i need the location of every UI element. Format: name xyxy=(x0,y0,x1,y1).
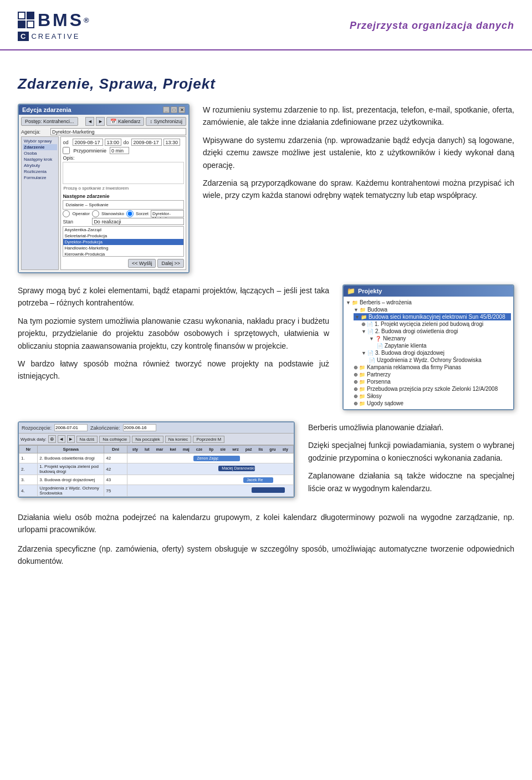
win-t2-input[interactable]: 13:30 xyxy=(163,139,180,146)
table-row: 2. 1. Projekt wycięcia zieleni pod budow… xyxy=(19,463,294,475)
gantt-nav-3[interactable]: ► xyxy=(67,435,75,443)
logo-bms: BMS® xyxy=(18,10,91,30)
gantt-th-dni: Dni xyxy=(104,446,127,453)
tree-item-2[interactable]: ▼ 📁 Budowa sieci komunikacyjnej elektrow… xyxy=(354,313,511,320)
gantt-today-btn[interactable]: Na dziś xyxy=(76,436,98,443)
logo-sq-3 xyxy=(18,21,25,28)
tree-item-10[interactable]: ⊕ 📁 Partnerzy xyxy=(354,371,511,378)
win-titlebar-btns[interactable]: _ □ ✕ xyxy=(163,106,185,113)
win-opis-val: Proszę o spotkanie z Inwestorem xyxy=(63,185,184,191)
tree-label-9: Kampania reklamowa dla firmy Pianas xyxy=(367,364,461,370)
text3-p3: Zaplanowane działania są także widoczne … xyxy=(308,470,514,494)
tree-item-9[interactable]: ⊕ 📁 Kampania reklamowa dla firmy Pianas xyxy=(354,364,511,371)
win-maximize-btn[interactable]: □ xyxy=(171,106,177,113)
tree-item-3[interactable]: ⊕ 📄 1. Projekt wycięcia zieleni pod budo… xyxy=(361,320,511,328)
gantt-back-btn[interactable]: Na cofnięcie xyxy=(99,436,130,443)
tree-item-12[interactable]: ⊕ 📁 Przebudowa przejścia przy szkole Zie… xyxy=(354,385,511,392)
gantt-start-btn[interactable]: Na początek xyxy=(132,436,163,443)
gantt-bar-label-2: Maciej Daranowski xyxy=(222,466,254,470)
tree-item-7[interactable]: ▼ 📄 3. Budowa drogi dojazdowej xyxy=(361,349,511,356)
win-list-dropdown: Asystentka-Zarząd Sekretariat-Produkcja … xyxy=(63,226,184,257)
win-nav-prev-btn[interactable]: ◄ xyxy=(85,117,94,126)
tree-label-5: Nieznany xyxy=(383,335,406,341)
expand-icon-5: ▼ xyxy=(369,336,374,341)
win-radio-stanowisko[interactable] xyxy=(92,210,99,217)
gantt-bar-label-3: Jacek Re xyxy=(247,478,263,482)
logo-creative-row: C CREATIVE xyxy=(18,32,80,41)
win-sidebar-nastepny[interactable]: Następny krok xyxy=(23,156,57,162)
gantt-end-btn[interactable]: Na koniec xyxy=(165,436,192,443)
win-t1-input[interactable]: 13:00 xyxy=(105,139,121,146)
win-sidebar-atrybuty[interactable]: Atrybuty xyxy=(23,162,57,169)
win-nav-next-btn[interactable]: ► xyxy=(96,117,105,126)
tree-item-6[interactable]: 📄 Zapytanie klienta xyxy=(377,342,511,349)
win-radio-sorzet[interactable] xyxy=(126,210,134,217)
tree-item-14[interactable]: ⊕ 📁 Ugody sądowe xyxy=(354,400,511,407)
win-list-item-2[interactable]: Sekretariat-Produkcja xyxy=(63,233,183,239)
win-sidebar-wybor[interactable]: Wybór sprawy xyxy=(23,138,57,144)
win-sorzet-combo[interactable]: Dyrektor-Marketing xyxy=(151,210,184,217)
tree-item-8[interactable]: 📄 Uzgodnienia z Wydz. Ochrony Środowiska xyxy=(369,356,511,364)
win-agencja-combo[interactable]: Dyrektor-Marketing xyxy=(50,128,186,135)
win-od-label: od xyxy=(63,140,71,145)
folder-icon-9: 📁 xyxy=(359,365,365,370)
win-remind-checkbox[interactable] xyxy=(63,147,70,154)
win-stan-combo[interactable]: Do realizacji xyxy=(92,218,184,225)
win-dzialanie-item[interactable]: Działanie – Spotkanie xyxy=(64,202,182,208)
expand-icon-9: ⊕ xyxy=(354,365,358,370)
win-do-input[interactable]: 2009-08-17 xyxy=(131,139,162,146)
win-list-item-3[interactable]: Dyrektor-Produkcja xyxy=(63,239,183,245)
projects-titlebar: 📁 Projekty xyxy=(344,286,513,297)
win-dalej-btn[interactable]: Dalej >> xyxy=(157,259,184,268)
win-sidebar-formularze[interactable]: Formularze xyxy=(23,175,57,181)
tree-item-0[interactable]: ▼ 📁 Berberis – wdrożenia xyxy=(346,299,511,306)
folder-icon-0: 📁 xyxy=(352,300,358,305)
gantt-nav-1[interactable]: ⊕ xyxy=(48,435,56,443)
logo-reg: ® xyxy=(84,16,91,24)
win-minimize-btn[interactable]: _ xyxy=(163,106,170,113)
win-stan-label: Stan xyxy=(63,219,90,225)
bottom-p1: Działania wielu osób można podejrzeć na … xyxy=(18,511,514,536)
projects-title: Projekty xyxy=(358,288,382,294)
win-sidebar-osoba[interactable]: Osoba xyxy=(23,150,57,156)
win-edycja-title: Edycja zdarzenia xyxy=(22,106,71,113)
tree-item-4[interactable]: ▼ 📄 2. Budowa drogi oświetlenia drogi xyxy=(361,328,511,335)
win-sync-btn[interactable]: ↕ Synchronizuj xyxy=(146,117,186,126)
win-wyslij-btn[interactable]: << Wyślij xyxy=(128,259,156,268)
win-radio-operator[interactable] xyxy=(63,210,70,217)
tree-label-6: Zapytanie klienta xyxy=(385,343,427,349)
text1-p3: Zdarzenia są przyporządkowane do spraw. … xyxy=(203,177,514,202)
win-sidebar-sprawa[interactable]: Zdarzenie xyxy=(23,144,57,150)
win-list-item-1[interactable]: Asystentka-Zarząd xyxy=(63,227,183,233)
win-opis-textarea[interactable] xyxy=(63,162,184,184)
tree-item-13[interactable]: ⊕ 📁 Siłosy xyxy=(354,392,511,400)
win-close-btn[interactable]: ✕ xyxy=(178,106,185,113)
gantt-start-input[interactable] xyxy=(54,424,88,431)
gantt-end-input[interactable] xyxy=(123,424,156,431)
win-agencja-row: Agencja: Dyrektor-Marketing xyxy=(21,128,186,135)
gantt-month-13: sty xyxy=(283,447,288,451)
tree-label-2: Budowa sieci komunikacyjnej elektrowni S… xyxy=(369,314,505,320)
tree-item-1[interactable]: ▼ 📁 Budowa xyxy=(354,306,511,313)
gantt-nr-2: 2. xyxy=(19,463,38,475)
win-remind-label: Przypomnienie xyxy=(73,148,106,154)
text-area-1: W rozumieniu systemu zdarzenie to np. li… xyxy=(203,104,514,273)
gantt-dni-4: 75 xyxy=(104,485,127,497)
gantt-nav-2[interactable]: ◄ xyxy=(58,435,65,443)
tree-item-5[interactable]: ▼ ❓ Nieznany xyxy=(369,335,511,342)
win-od-input[interactable]: 2009-08-17 xyxy=(73,139,103,146)
tree-item-11[interactable]: ⊕ 📁 Porsenna xyxy=(354,378,511,385)
gantt-bar-4 xyxy=(252,487,285,493)
win-list-item-4[interactable]: Handlowiec-Marketing xyxy=(63,245,183,251)
gantt-prev-btn[interactable]: Poprzedni M xyxy=(193,436,224,443)
gantt-win: Rozpoczęcie: Zakończenie: Wydruk daty: ⊕… xyxy=(18,421,295,498)
win-calendar-btn[interactable]: 📅 Kalendarz xyxy=(106,117,144,126)
win-postep-btn[interactable]: Postęp: Kontrahenci... xyxy=(21,117,78,126)
folder-icon-13: 📁 xyxy=(359,394,365,399)
win-sidebar-rozliczenia[interactable]: Rozliczenia xyxy=(23,169,57,175)
win-list-item-5[interactable]: Kierownik-Produkcja xyxy=(63,251,183,257)
expand-icon-0: ▼ xyxy=(346,300,351,305)
win-remind-time[interactable]: 0 min xyxy=(110,147,129,154)
expand-icon-7: ▼ xyxy=(361,350,366,356)
win-nastepne-label: Następne zdarzenie xyxy=(63,193,184,199)
